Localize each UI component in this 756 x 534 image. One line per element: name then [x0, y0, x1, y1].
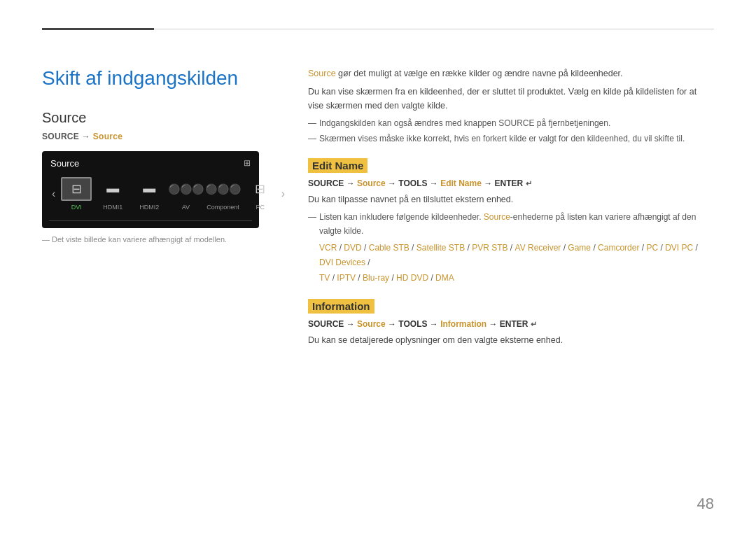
dev-pvr-stb: PVR STB	[472, 243, 507, 253]
source-path-link: Source	[93, 132, 122, 141]
source-path: SOURCE → Source	[42, 132, 280, 141]
source-item-label-pc: PC	[256, 204, 265, 211]
dev-camcorder: Camcorder	[598, 243, 639, 253]
source-item-label-av: AV	[182, 204, 190, 211]
source-item-icon-hdmi2: ▬	[134, 177, 164, 201]
info-path-middle: → TOOLS →	[386, 319, 440, 329]
page-container: Skift af indgangskilden Source SOURCE → …	[0, 0, 756, 534]
device-list: VCR / DVD / Cable STB / Satellite STB / …	[308, 241, 714, 286]
left-column: Skift af indgangskilden Source SOURCE → …	[42, 66, 280, 351]
enter-icon-info: ↵	[531, 320, 537, 328]
information-section: Information SOURCE → Source → TOOLS → In…	[308, 299, 714, 347]
info-path-prefix: SOURCE →	[308, 319, 357, 329]
edit-name-path-link: Edit Name	[440, 178, 482, 188]
intro-source-link: Source	[308, 69, 336, 78]
dev-vcr: VCR	[319, 243, 337, 253]
tv-mockup-header: Source ⊞	[49, 158, 252, 169]
dev-bluray: Blu-ray	[363, 273, 389, 283]
info-path-suffix: → ENTER	[486, 319, 531, 329]
dev-game: Game	[568, 243, 591, 253]
section-heading-source: Source	[42, 110, 280, 126]
dev-dvi-pc: DVI PC	[665, 243, 693, 253]
tv-mockup-nav: ‹ ⊟ DVI ▬	[49, 177, 252, 211]
source-list-note-prefix: Listen kan inkludere følgende kildeenhed…	[319, 212, 484, 222]
tv-mockup-icon: ⊞	[244, 158, 251, 168]
source-item-icon-av: ⚫⚫⚫	[170, 177, 201, 201]
dev-av-receiver: AV Receiver	[515, 243, 561, 253]
dev-pc: PC	[646, 243, 658, 253]
bullet-note-2: Skærmen vises måske ikke korrekt, hvis e…	[308, 132, 714, 146]
source-item-icon-dvi: ⊟	[61, 177, 92, 201]
page-number: 48	[697, 495, 714, 513]
tv-mockup: Source ⊞ ‹ ⊟ DVI	[42, 151, 259, 228]
nav-arrow-left: ‹	[49, 188, 58, 200]
source-item-label-hdmi1: HDMI1	[103, 204, 122, 211]
source-item-label-component: Component	[206, 204, 239, 211]
edit-name-section: Edit Name SOURCE → Source → TOOLS → Edit…	[308, 158, 714, 286]
dev-satellite-stb: Satellite STB	[416, 243, 465, 253]
enter-icon-edit: ↵	[526, 179, 532, 188]
nav-arrow-right: ›	[279, 188, 288, 200]
info-path-link: Information	[440, 319, 486, 329]
intro-text-2: Du kan vise skærmen fra en kildeenhed, d…	[308, 85, 714, 113]
source-path-prefix: SOURCE →	[42, 132, 93, 141]
info-path-source: Source	[357, 319, 386, 329]
bullet-note-1: Indgangskilden kan også ændres med knapp…	[308, 117, 714, 130]
tv-bottom-line	[49, 220, 252, 221]
information-title: Information	[308, 299, 374, 314]
source-item-hdmi1: ▬ HDMI1	[97, 177, 128, 211]
source-item-av: ⚫⚫⚫ AV	[170, 177, 201, 211]
source-item-icon-hdmi1: ▬	[97, 177, 128, 201]
right-column: Source gør det muligt at vælge en række …	[308, 66, 714, 351]
dev-cable-stb: Cable STB	[369, 243, 410, 253]
dev-dma: DMA	[435, 273, 454, 283]
intro-text-1: Source gør det muligt at vælge en række …	[308, 66, 714, 80]
page-title: Skift af indgangskilden	[42, 66, 280, 90]
source-list-note: Listen kan inkludere følgende kildeenhed…	[308, 211, 714, 237]
tv-mockup-title: Source	[50, 158, 79, 169]
dev-iptv: IPTV	[337, 273, 356, 283]
edit-name-path-prefix: SOURCE →	[308, 178, 357, 188]
edit-name-path: SOURCE → Source → TOOLS → Edit Name → EN…	[308, 178, 714, 188]
source-item-component: ⚫⚫⚫ Component	[206, 177, 239, 211]
dev-tv: TV	[319, 273, 330, 283]
edit-name-desc: Du kan tilpasse navnet på en tilsluttet …	[308, 192, 714, 206]
information-path: SOURCE → Source → TOOLS → Information → …	[308, 319, 714, 329]
source-items: ⊟ DVI ▬ HDMI1	[61, 177, 276, 211]
source-item-icon-pc: ⊟	[245, 177, 276, 201]
source-item-label-hdmi2: HDMI2	[139, 204, 159, 211]
note-caption: ― Det viste billede kan variere afhængig…	[42, 235, 280, 244]
intro-text-1-suffix: gør det muligt at vælge en række kilder …	[336, 69, 623, 78]
source-item-hdmi2: ▬ HDMI2	[134, 177, 164, 211]
dev-dvd: DVD	[344, 243, 361, 253]
edit-name-title: Edit Name	[308, 158, 368, 173]
edit-name-path-suffix: → ENTER	[482, 178, 526, 188]
top-line-light	[154, 29, 714, 29]
information-desc: Du kan se detaljerede oplysninger om den…	[308, 333, 714, 347]
source-item-label-dvi: DVI	[71, 204, 82, 211]
dev-dvi-devices: DVI Devices	[319, 258, 365, 267]
edit-name-path-middle: → TOOLS →	[386, 178, 440, 188]
top-line-dark	[42, 28, 154, 30]
source-item-icon-component: ⚫⚫⚫	[208, 177, 239, 201]
edit-name-path-source: Source	[357, 178, 386, 188]
source-item-dvi: ⊟ DVI	[61, 177, 92, 211]
source-item-pc: ⊟ PC	[245, 177, 276, 211]
source-list-note-link: Source	[484, 212, 510, 222]
top-lines	[42, 28, 714, 30]
dev-hd-dvd: HD DVD	[396, 273, 428, 283]
